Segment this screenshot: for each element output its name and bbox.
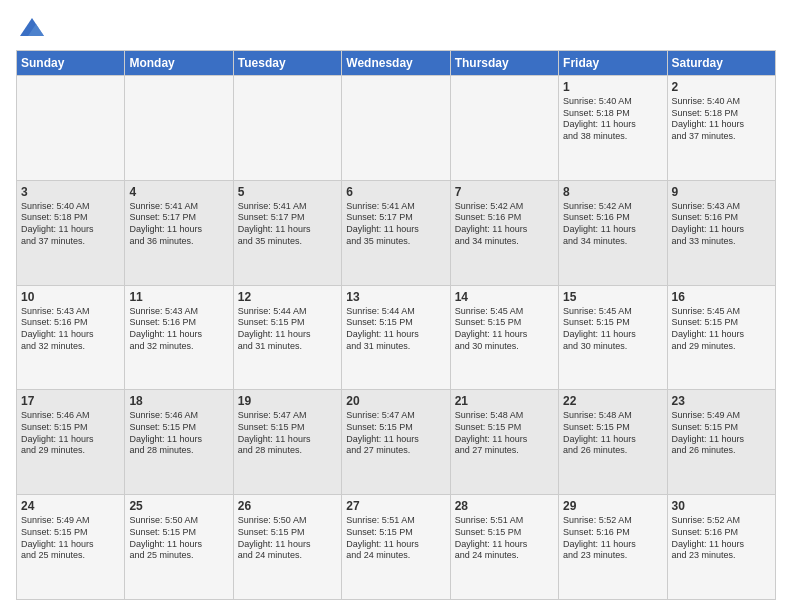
day-number: 9 bbox=[672, 185, 771, 199]
calendar-table: SundayMondayTuesdayWednesdayThursdayFrid… bbox=[16, 50, 776, 600]
day-number: 30 bbox=[672, 499, 771, 513]
day-number: 28 bbox=[455, 499, 554, 513]
day-of-week-header: Saturday bbox=[667, 51, 775, 76]
day-info: Sunrise: 5:52 AM Sunset: 5:16 PM Dayligh… bbox=[672, 515, 771, 562]
day-number: 25 bbox=[129, 499, 228, 513]
calendar-page: SundayMondayTuesdayWednesdayThursdayFrid… bbox=[0, 0, 792, 612]
day-info: Sunrise: 5:45 AM Sunset: 5:15 PM Dayligh… bbox=[563, 306, 662, 353]
calendar-cell: 12Sunrise: 5:44 AM Sunset: 5:15 PM Dayli… bbox=[233, 285, 341, 390]
day-info: Sunrise: 5:43 AM Sunset: 5:16 PM Dayligh… bbox=[21, 306, 120, 353]
day-info: Sunrise: 5:43 AM Sunset: 5:16 PM Dayligh… bbox=[129, 306, 228, 353]
calendar-cell: 21Sunrise: 5:48 AM Sunset: 5:15 PM Dayli… bbox=[450, 390, 558, 495]
day-info: Sunrise: 5:50 AM Sunset: 5:15 PM Dayligh… bbox=[238, 515, 337, 562]
day-number: 26 bbox=[238, 499, 337, 513]
day-of-week-header: Thursday bbox=[450, 51, 558, 76]
calendar-cell: 25Sunrise: 5:50 AM Sunset: 5:15 PM Dayli… bbox=[125, 495, 233, 600]
calendar-cell bbox=[450, 76, 558, 181]
day-info: Sunrise: 5:41 AM Sunset: 5:17 PM Dayligh… bbox=[129, 201, 228, 248]
day-number: 1 bbox=[563, 80, 662, 94]
day-number: 24 bbox=[21, 499, 120, 513]
day-number: 6 bbox=[346, 185, 445, 199]
calendar-header-row: SundayMondayTuesdayWednesdayThursdayFrid… bbox=[17, 51, 776, 76]
day-number: 13 bbox=[346, 290, 445, 304]
calendar-cell: 13Sunrise: 5:44 AM Sunset: 5:15 PM Dayli… bbox=[342, 285, 450, 390]
calendar-week-row: 10Sunrise: 5:43 AM Sunset: 5:16 PM Dayli… bbox=[17, 285, 776, 390]
calendar-cell: 8Sunrise: 5:42 AM Sunset: 5:16 PM Daylig… bbox=[559, 180, 667, 285]
calendar-cell: 19Sunrise: 5:47 AM Sunset: 5:15 PM Dayli… bbox=[233, 390, 341, 495]
calendar-cell: 26Sunrise: 5:50 AM Sunset: 5:15 PM Dayli… bbox=[233, 495, 341, 600]
day-info: Sunrise: 5:48 AM Sunset: 5:15 PM Dayligh… bbox=[563, 410, 662, 457]
calendar-cell: 2Sunrise: 5:40 AM Sunset: 5:18 PM Daylig… bbox=[667, 76, 775, 181]
day-number: 16 bbox=[672, 290, 771, 304]
day-info: Sunrise: 5:49 AM Sunset: 5:15 PM Dayligh… bbox=[21, 515, 120, 562]
calendar-week-row: 17Sunrise: 5:46 AM Sunset: 5:15 PM Dayli… bbox=[17, 390, 776, 495]
day-number: 22 bbox=[563, 394, 662, 408]
day-info: Sunrise: 5:46 AM Sunset: 5:15 PM Dayligh… bbox=[129, 410, 228, 457]
calendar-cell: 27Sunrise: 5:51 AM Sunset: 5:15 PM Dayli… bbox=[342, 495, 450, 600]
day-number: 3 bbox=[21, 185, 120, 199]
calendar-cell: 16Sunrise: 5:45 AM Sunset: 5:15 PM Dayli… bbox=[667, 285, 775, 390]
day-info: Sunrise: 5:46 AM Sunset: 5:15 PM Dayligh… bbox=[21, 410, 120, 457]
day-of-week-header: Monday bbox=[125, 51, 233, 76]
day-number: 7 bbox=[455, 185, 554, 199]
calendar-cell: 23Sunrise: 5:49 AM Sunset: 5:15 PM Dayli… bbox=[667, 390, 775, 495]
calendar-cell bbox=[342, 76, 450, 181]
day-number: 4 bbox=[129, 185, 228, 199]
day-number: 27 bbox=[346, 499, 445, 513]
day-info: Sunrise: 5:50 AM Sunset: 5:15 PM Dayligh… bbox=[129, 515, 228, 562]
day-number: 8 bbox=[563, 185, 662, 199]
calendar-cell: 7Sunrise: 5:42 AM Sunset: 5:16 PM Daylig… bbox=[450, 180, 558, 285]
day-info: Sunrise: 5:40 AM Sunset: 5:18 PM Dayligh… bbox=[21, 201, 120, 248]
day-info: Sunrise: 5:41 AM Sunset: 5:17 PM Dayligh… bbox=[346, 201, 445, 248]
day-info: Sunrise: 5:41 AM Sunset: 5:17 PM Dayligh… bbox=[238, 201, 337, 248]
calendar-cell bbox=[17, 76, 125, 181]
day-of-week-header: Wednesday bbox=[342, 51, 450, 76]
calendar-cell: 18Sunrise: 5:46 AM Sunset: 5:15 PM Dayli… bbox=[125, 390, 233, 495]
calendar-cell: 5Sunrise: 5:41 AM Sunset: 5:17 PM Daylig… bbox=[233, 180, 341, 285]
day-number: 20 bbox=[346, 394, 445, 408]
calendar-cell: 22Sunrise: 5:48 AM Sunset: 5:15 PM Dayli… bbox=[559, 390, 667, 495]
day-number: 11 bbox=[129, 290, 228, 304]
day-of-week-header: Tuesday bbox=[233, 51, 341, 76]
day-info: Sunrise: 5:45 AM Sunset: 5:15 PM Dayligh… bbox=[455, 306, 554, 353]
day-number: 5 bbox=[238, 185, 337, 199]
calendar-cell: 9Sunrise: 5:43 AM Sunset: 5:16 PM Daylig… bbox=[667, 180, 775, 285]
day-number: 17 bbox=[21, 394, 120, 408]
logo bbox=[16, 16, 46, 44]
calendar-cell bbox=[233, 76, 341, 181]
day-number: 10 bbox=[21, 290, 120, 304]
calendar-cell: 10Sunrise: 5:43 AM Sunset: 5:16 PM Dayli… bbox=[17, 285, 125, 390]
calendar-cell: 4Sunrise: 5:41 AM Sunset: 5:17 PM Daylig… bbox=[125, 180, 233, 285]
day-info: Sunrise: 5:48 AM Sunset: 5:15 PM Dayligh… bbox=[455, 410, 554, 457]
calendar-cell: 3Sunrise: 5:40 AM Sunset: 5:18 PM Daylig… bbox=[17, 180, 125, 285]
calendar-cell bbox=[125, 76, 233, 181]
day-info: Sunrise: 5:40 AM Sunset: 5:18 PM Dayligh… bbox=[563, 96, 662, 143]
day-info: Sunrise: 5:47 AM Sunset: 5:15 PM Dayligh… bbox=[346, 410, 445, 457]
day-info: Sunrise: 5:51 AM Sunset: 5:15 PM Dayligh… bbox=[455, 515, 554, 562]
calendar-cell: 15Sunrise: 5:45 AM Sunset: 5:15 PM Dayli… bbox=[559, 285, 667, 390]
calendar-cell: 1Sunrise: 5:40 AM Sunset: 5:18 PM Daylig… bbox=[559, 76, 667, 181]
calendar-cell: 11Sunrise: 5:43 AM Sunset: 5:16 PM Dayli… bbox=[125, 285, 233, 390]
calendar-cell: 20Sunrise: 5:47 AM Sunset: 5:15 PM Dayli… bbox=[342, 390, 450, 495]
day-number: 23 bbox=[672, 394, 771, 408]
day-number: 19 bbox=[238, 394, 337, 408]
day-info: Sunrise: 5:42 AM Sunset: 5:16 PM Dayligh… bbox=[455, 201, 554, 248]
calendar-cell: 28Sunrise: 5:51 AM Sunset: 5:15 PM Dayli… bbox=[450, 495, 558, 600]
day-info: Sunrise: 5:47 AM Sunset: 5:15 PM Dayligh… bbox=[238, 410, 337, 457]
day-info: Sunrise: 5:43 AM Sunset: 5:16 PM Dayligh… bbox=[672, 201, 771, 248]
calendar-week-row: 1Sunrise: 5:40 AM Sunset: 5:18 PM Daylig… bbox=[17, 76, 776, 181]
logo-icon bbox=[18, 16, 46, 44]
day-of-week-header: Friday bbox=[559, 51, 667, 76]
calendar-cell: 30Sunrise: 5:52 AM Sunset: 5:16 PM Dayli… bbox=[667, 495, 775, 600]
calendar-cell: 29Sunrise: 5:52 AM Sunset: 5:16 PM Dayli… bbox=[559, 495, 667, 600]
day-number: 18 bbox=[129, 394, 228, 408]
day-info: Sunrise: 5:40 AM Sunset: 5:18 PM Dayligh… bbox=[672, 96, 771, 143]
day-info: Sunrise: 5:45 AM Sunset: 5:15 PM Dayligh… bbox=[672, 306, 771, 353]
header bbox=[16, 12, 776, 44]
day-info: Sunrise: 5:51 AM Sunset: 5:15 PM Dayligh… bbox=[346, 515, 445, 562]
calendar-cell: 17Sunrise: 5:46 AM Sunset: 5:15 PM Dayli… bbox=[17, 390, 125, 495]
calendar-cell: 6Sunrise: 5:41 AM Sunset: 5:17 PM Daylig… bbox=[342, 180, 450, 285]
day-info: Sunrise: 5:49 AM Sunset: 5:15 PM Dayligh… bbox=[672, 410, 771, 457]
day-info: Sunrise: 5:52 AM Sunset: 5:16 PM Dayligh… bbox=[563, 515, 662, 562]
day-info: Sunrise: 5:44 AM Sunset: 5:15 PM Dayligh… bbox=[346, 306, 445, 353]
